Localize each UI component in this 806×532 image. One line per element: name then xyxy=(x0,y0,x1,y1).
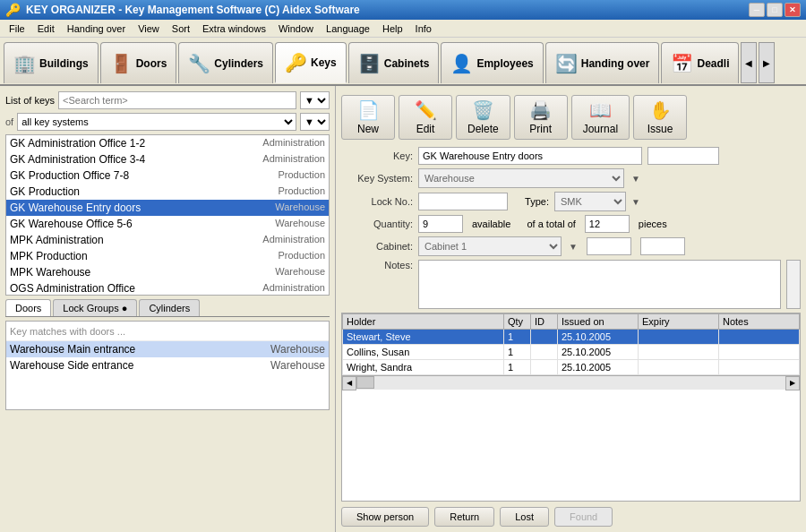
tab-cabinets[interactable]: 🗄️ Cabinets xyxy=(348,42,440,83)
door-item-warehouse-main[interactable]: Warehouse Main entrance Warehouse xyxy=(6,341,329,357)
key-list-item[interactable]: GK Warehouse Entry doorsWarehouse xyxy=(6,200,329,216)
cabinet-extra1[interactable] xyxy=(587,237,631,255)
scroll-left-button[interactable]: ◀ xyxy=(342,376,356,390)
tab-doors[interactable]: 🚪 Doors xyxy=(100,42,177,83)
type-select[interactable]: SMK xyxy=(554,192,626,211)
key-list-item[interactable]: GK ProductionProduction xyxy=(6,184,329,200)
menu-handing-over[interactable]: Handing over xyxy=(62,21,131,36)
close-button[interactable]: ✕ xyxy=(785,3,801,17)
new-button[interactable]: 📄 New xyxy=(341,95,395,140)
tab-keys[interactable]: 🔑 Keys xyxy=(275,42,347,83)
quantity-input[interactable] xyxy=(418,215,463,233)
print-button[interactable]: 🖨️ Print xyxy=(514,95,568,140)
table-row[interactable]: Stewart, Steve 1 25.10.2005 xyxy=(343,330,800,345)
notes-scrollbar[interactable] xyxy=(786,260,801,309)
col-notes: Notes xyxy=(719,314,800,330)
key-row: Key: xyxy=(341,147,801,165)
tab-employees[interactable]: 👤 Employees xyxy=(441,42,543,83)
menu-help[interactable]: Help xyxy=(377,21,408,36)
search-dropdown[interactable]: ▼ xyxy=(300,91,330,109)
delete-icon: 🗑️ xyxy=(472,99,494,121)
key-list-item[interactable]: MPK WarehouseWarehouse xyxy=(6,264,329,280)
key-system-select[interactable]: Warehouse xyxy=(418,168,624,188)
key-item-category: Administration xyxy=(262,137,325,150)
scroll-thumb[interactable] xyxy=(356,376,374,389)
holder-table-container: Holder Qty ID Issued on Expiry Notes Ste… xyxy=(341,313,801,502)
key-list-item[interactable]: GK Production Office 7-8Production xyxy=(6,167,329,184)
available-label: available xyxy=(472,219,510,229)
tab-handing-over[interactable]: 🔄 Handing over xyxy=(545,42,660,83)
lock-no-input[interactable] xyxy=(418,193,508,210)
cabinet-row: Cabinet: Cabinet 1 ▼ xyxy=(341,236,801,256)
show-person-button[interactable]: Show person xyxy=(341,507,429,527)
key-item-name: GK Administration Office 1-2 xyxy=(10,137,262,150)
tab-doors-bottom[interactable]: Doors xyxy=(5,299,51,316)
menu-view[interactable]: View xyxy=(133,21,165,36)
table-scrollbar[interactable]: ◀ ▶ xyxy=(342,375,800,390)
key-list-item[interactable]: OGS Administration OfficeAdministration xyxy=(6,280,329,296)
cabinets-icon: 🗄️ xyxy=(358,53,381,74)
key-list-item[interactable]: GK Administration Office 3-4Administrati… xyxy=(6,151,329,167)
minimize-button[interactable]: ─ xyxy=(749,3,765,17)
issue-button[interactable]: ✋ Issue xyxy=(633,95,687,140)
action-toolbar: 📄 New ✏️ Edit 🗑️ Delete 🖨️ Print 📖 Journ… xyxy=(341,91,801,143)
main-area: List of keys ▼ of all key systems ▼ GK A… xyxy=(0,86,806,532)
keys-icon: 🔑 xyxy=(285,52,307,73)
tab-buildings[interactable]: 🏢 Buildings xyxy=(4,42,99,83)
key-input[interactable] xyxy=(418,147,642,165)
door-category: Warehouse xyxy=(270,343,325,356)
key-list-item[interactable]: MPK ProductionProduction xyxy=(6,248,329,264)
return-button[interactable]: Return xyxy=(434,507,494,527)
lost-button[interactable]: Lost xyxy=(500,507,549,527)
total-input[interactable] xyxy=(585,215,630,233)
table-row[interactable]: Wright, Sandra 1 25.10.2005 xyxy=(343,360,800,375)
cell-id xyxy=(531,330,558,345)
table-row[interactable]: Collins, Susan 1 25.10.2005 xyxy=(343,345,800,360)
tab-cylinders-bottom[interactable]: Cylinders xyxy=(139,299,200,316)
delete-button[interactable]: 🗑️ Delete xyxy=(456,95,510,140)
scroll-track[interactable] xyxy=(356,376,785,390)
menu-edit[interactable]: Edit xyxy=(32,21,60,36)
menu-file[interactable]: File xyxy=(4,21,30,36)
search-area: List of keys ▼ xyxy=(5,91,330,109)
door-name: Warehouse Main entrance xyxy=(10,343,135,356)
nav-arrow-right[interactable]: ▶ xyxy=(759,42,775,83)
cell-id xyxy=(531,360,558,375)
key-list-item[interactable]: GK Administration Office 1-2Administrati… xyxy=(6,135,329,151)
key-list-item[interactable]: GK Warehouse Office 5-6Warehouse xyxy=(6,216,329,232)
journal-button[interactable]: 📖 Journal xyxy=(571,95,630,140)
key-system-filter[interactable]: all key systems xyxy=(17,113,296,131)
key-list-item[interactable]: MPK AdministrationAdministration xyxy=(6,232,329,248)
cabinet-select[interactable]: Cabinet 1 xyxy=(418,236,562,256)
maximize-button[interactable]: □ xyxy=(767,3,783,17)
pieces-label: pieces xyxy=(639,219,667,229)
cell-notes xyxy=(719,345,800,360)
handing-over-icon: 🔄 xyxy=(555,53,578,74)
key-item-category: Administration xyxy=(262,234,325,246)
key-item-category: Warehouse xyxy=(275,266,325,279)
tab-employees-label: Employees xyxy=(476,57,533,70)
tab-cylinders[interactable]: 🔧 Cylinders xyxy=(178,42,273,83)
door-item-warehouse-side[interactable]: Warehouse Side entrance Warehouse xyxy=(6,357,329,373)
menu-window[interactable]: Window xyxy=(273,21,319,36)
tab-deadlines[interactable]: 📅 Deadli xyxy=(661,42,739,83)
menu-extra-windows[interactable]: Extra windows xyxy=(197,21,271,36)
of-dropdown[interactable]: ▼ xyxy=(300,113,330,131)
cabinet-extra2[interactable] xyxy=(640,237,685,255)
menu-info[interactable]: Info xyxy=(410,21,437,36)
key-extra-input[interactable] xyxy=(647,147,719,165)
menu-language[interactable]: Language xyxy=(321,21,375,36)
edit-button[interactable]: ✏️ Edit xyxy=(399,95,452,140)
cell-issued-on: 25.10.2005 xyxy=(558,330,639,345)
nav-arrow-left[interactable]: ◀ xyxy=(741,42,757,83)
scroll-right-button[interactable]: ▶ xyxy=(785,376,800,390)
key-list[interactable]: GK Administration Office 1-2Administrati… xyxy=(5,134,330,296)
notes-textarea[interactable] xyxy=(418,260,781,309)
tab-lock-groups[interactable]: Lock Groups ● xyxy=(53,299,137,316)
menu-sort[interactable]: Sort xyxy=(167,21,195,36)
found-button[interactable]: Found xyxy=(554,507,613,527)
key-item-name: MPK Warehouse xyxy=(10,266,275,279)
key-system-row: Key System: Warehouse ▼ xyxy=(341,168,801,188)
edit-icon: ✏️ xyxy=(415,99,437,121)
search-input[interactable] xyxy=(58,91,296,109)
